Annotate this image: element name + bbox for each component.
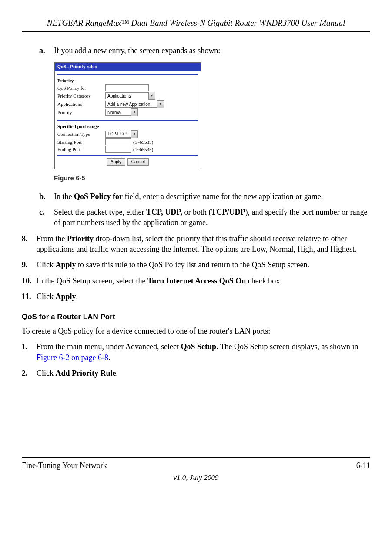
step-8-marker: 8.	[22, 233, 37, 255]
text: In the QoS Setup screen, select the	[37, 277, 147, 285]
lan-step-2: 2. Click Add Priority Rule.	[22, 368, 370, 378]
text: In the	[54, 192, 74, 201]
label-starting-port: Starting Port	[57, 139, 105, 145]
section-port-range-label: Specified port range	[57, 123, 198, 130]
text: .	[76, 292, 78, 301]
substep-a-marker: a.	[39, 45, 54, 56]
text: From the main menu, under Advanced, sele…	[37, 342, 181, 351]
substep-b: b. In the QoS Policy for field, enter a …	[39, 191, 370, 202]
row-ending-port: Ending Port (1~65535)	[57, 146, 198, 153]
lan-step-2-text: Click Add Priority Rule.	[37, 368, 370, 378]
step-11-marker: 11.	[22, 291, 37, 302]
cancel-button[interactable]: Cancel	[127, 158, 149, 166]
text: .	[108, 353, 111, 362]
substep-a: a. If you add a new entry, the screen ex…	[39, 45, 370, 56]
step-9-text: Click Apply to save this rule to the QoS…	[37, 260, 370, 270]
text: Click	[37, 292, 56, 301]
row-qos-policy-for: QoS Policy for	[57, 84, 198, 91]
figure-6-5: QoS - Priority rules Priority QoS Policy…	[54, 62, 370, 182]
step-9: 9. Click Apply to save this rule to the …	[22, 260, 370, 270]
text: Click	[37, 260, 56, 269]
row-applications: Applications Add a new Application ▾	[57, 100, 198, 108]
text: . The QoS Setup screen displays, as show…	[216, 342, 358, 351]
chevron-down-icon[interactable]: ▾	[148, 92, 155, 100]
text: field, enter a descriptive name for the …	[123, 192, 323, 201]
input-starting-port[interactable]	[105, 138, 131, 145]
footer-version: v1.0, July 2009	[22, 473, 370, 483]
select-priority-category[interactable]: Applications	[105, 92, 149, 99]
step-8-text: From the Priority drop-down list, select…	[37, 233, 370, 255]
select-connection-type[interactable]: TCP/UDP	[105, 131, 131, 138]
page-footer: Fine-Tuning Your Network 6-11 v1.0, July…	[22, 457, 370, 482]
label-ending-port: Ending Port	[57, 146, 105, 153]
bold-text: Apply	[56, 292, 76, 301]
label-qos-policy-for: QoS Policy for	[57, 85, 105, 91]
substep-b-marker: b.	[39, 191, 54, 202]
bold-text: QoS Policy for	[74, 192, 123, 201]
input-qos-policy-for[interactable]	[105, 84, 149, 91]
label-connection-type: Connection Type	[57, 131, 105, 138]
bold-text: Apply	[56, 260, 76, 269]
step-10-text: In the QoS Setup screen, select the Turn…	[37, 276, 370, 286]
bold-text: Priority	[67, 234, 94, 243]
bold-text: Turn Internet Access QoS On	[147, 277, 246, 285]
text: or both (	[182, 208, 211, 216]
text: .	[116, 369, 118, 378]
row-priority: Priority Normal ▾	[57, 108, 198, 116]
lan-step-1-marker: 1.	[22, 341, 37, 363]
crossref-link[interactable]: Figure 6-2 on page 6-8	[37, 353, 108, 362]
intro-paragraph: To create a QoS policy for a device conn…	[22, 326, 370, 336]
section-priority-label: Priority	[57, 78, 198, 84]
step-11-text: Click Apply.	[37, 291, 370, 302]
select-applications[interactable]: Add a new Application	[105, 101, 157, 108]
substep-c: c. Select the packet type, either TCP, U…	[39, 207, 370, 228]
step-10: 10. In the QoS Setup screen, select the …	[22, 276, 370, 286]
text: to save this rule to the QoS Policy list…	[76, 260, 309, 269]
chevron-down-icon[interactable]: ▾	[131, 130, 138, 138]
bold-text: TCP/UDP	[211, 208, 245, 216]
lan-step-1-text: From the main menu, under Advanced, sele…	[37, 341, 370, 363]
row-priority-category: Priority Category Applications ▾	[57, 92, 198, 100]
label-applications: Applications	[57, 101, 105, 108]
note-end-port-range: (1~65535)	[133, 146, 153, 153]
select-priority[interactable]: Normal	[105, 109, 131, 116]
step-9-marker: 9.	[22, 260, 37, 270]
text: Click	[37, 369, 56, 378]
substep-a-text: If you add a new entry, the screen expan…	[54, 45, 370, 56]
screenshot-titlebar: QoS - Priority rules	[55, 63, 201, 72]
doc-header-title: NETGEAR RangeMax™ Dual Band Wireless-N G…	[22, 17, 370, 32]
row-connection-type: Connection Type TCP/UDP ▾	[57, 130, 198, 138]
chevron-down-icon[interactable]: ▾	[131, 108, 138, 116]
text: check box.	[246, 277, 281, 285]
chevron-down-icon[interactable]: ▾	[157, 100, 164, 108]
step-11: 11. Click Apply.	[22, 291, 370, 302]
lan-step-1: 1. From the main menu, under Advanced, s…	[22, 341, 370, 363]
bold-text: Add Priority Rule	[56, 369, 116, 378]
figure-caption: Figure 6-5	[54, 174, 370, 182]
note-start-port-range: (1~65535)	[133, 139, 153, 145]
substep-c-marker: c.	[39, 207, 54, 228]
step-8: 8. From the Priority drop-down list, sel…	[22, 233, 370, 255]
row-starting-port: Starting Port (1~65535)	[57, 138, 198, 145]
substep-c-text: Select the packet type, either TCP, UDP,…	[54, 207, 370, 228]
input-ending-port[interactable]	[105, 146, 131, 153]
substep-b-text: In the QoS Policy for field, enter a des…	[54, 191, 370, 202]
step-10-marker: 10.	[22, 276, 37, 286]
text: Select the packet type, either	[54, 208, 146, 216]
text: From the	[37, 234, 67, 243]
screenshot-qos-priority-rules: QoS - Priority rules Priority QoS Policy…	[54, 62, 201, 169]
label-priority-category: Priority Category	[57, 93, 105, 99]
footer-left: Fine-Tuning Your Network	[22, 460, 107, 471]
heading-qos-lan-port: QoS for a Router LAN Port	[22, 312, 370, 322]
apply-button[interactable]: Apply	[107, 158, 125, 166]
footer-page-number: 6-11	[356, 460, 370, 471]
label-priority: Priority	[57, 109, 105, 116]
bold-text: QoS Setup	[181, 342, 216, 351]
bold-text: TCP, UDP,	[146, 208, 182, 216]
lan-step-2-marker: 2.	[22, 368, 37, 378]
